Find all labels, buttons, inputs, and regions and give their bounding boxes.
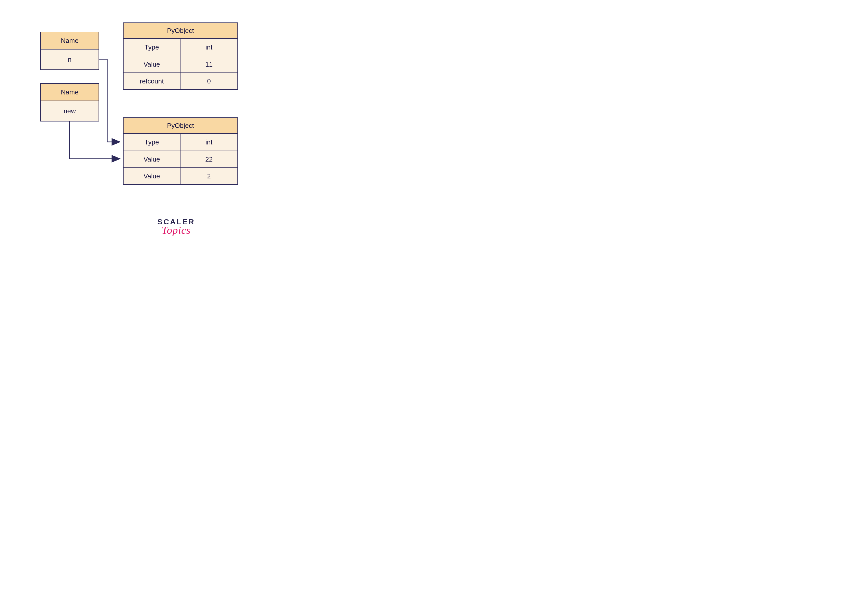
pyobject-key: Value	[124, 168, 181, 184]
pyobject-key: Type	[124, 39, 181, 56]
pyobject-box-1: PyObject Type int Value 11 refcount 0	[123, 23, 238, 90]
name-box-value: n	[41, 50, 98, 69]
pyobject-val: 2	[181, 168, 237, 184]
pyobject-header: PyObject	[124, 118, 237, 134]
name-box-header: Name	[41, 32, 98, 50]
name-box-header: Name	[41, 84, 98, 101]
pyobject-val: 22	[181, 151, 237, 167]
scaler-topics-logo: SCALER Topics	[143, 217, 209, 236]
pyobject-val: 11	[181, 56, 237, 72]
arrow-n-to-obj2	[99, 59, 120, 142]
name-box-value: new	[41, 101, 98, 121]
pyobject-key: refcount	[124, 73, 181, 89]
pyobject-val: int	[181, 134, 237, 151]
pyobject-key: Value	[124, 151, 181, 167]
pyobject-key: Value	[124, 56, 181, 72]
name-box-new: Name new	[40, 83, 99, 122]
logo-text-topics: Topics	[143, 224, 209, 236]
diagram-canvas: Name n Name new PyObject Type int Value …	[0, 0, 370, 255]
name-box-n: Name n	[40, 32, 99, 70]
arrow-new-to-obj2	[69, 122, 120, 159]
pyobject-val: 0	[181, 73, 237, 89]
pyobject-box-2: PyObject Type int Value 22 Value 2	[123, 117, 238, 185]
pyobject-val: int	[181, 39, 237, 56]
pyobject-header: PyObject	[124, 23, 237, 39]
pyobject-key: Type	[124, 134, 181, 151]
